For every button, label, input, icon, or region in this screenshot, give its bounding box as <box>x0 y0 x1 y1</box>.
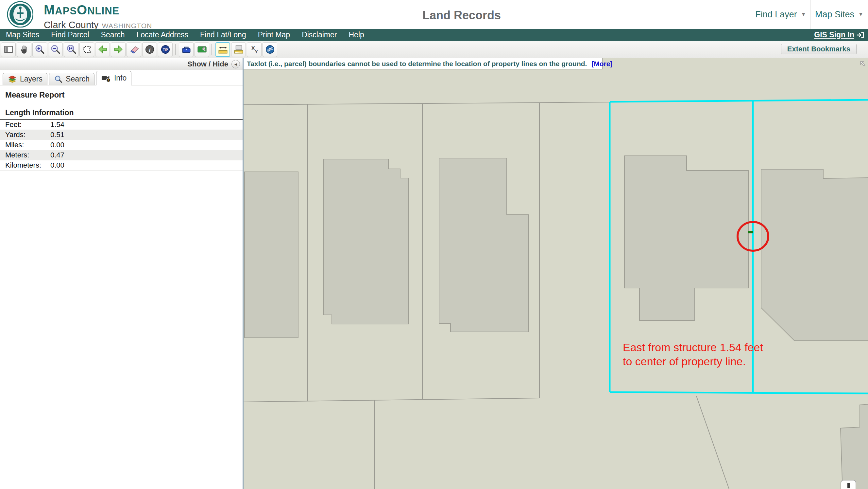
info-tab-icon <box>101 73 112 83</box>
length-information-heading: Length Information <box>0 103 243 120</box>
tab-layers-label: Layers <box>20 75 42 83</box>
maps-online-app: MAPSONLINE Clark CountyWASHINGTON Land R… <box>0 0 868 489</box>
measure-area-button[interactable] <box>231 42 246 57</box>
toolbox-icon <box>181 44 192 55</box>
annotation-line-1: East from structure 1.54 feet <box>623 340 763 354</box>
eraser-icon <box>128 44 140 55</box>
brand-title: MAPSONLINE <box>44 3 152 19</box>
menu-bar: Map Sites Find Parcel Search Locate Addr… <box>0 29 868 41</box>
measure-distance-icon <box>217 44 228 55</box>
zoom-full-extent-button[interactable] <box>64 42 79 57</box>
search-icon <box>54 75 63 84</box>
building <box>624 156 748 320</box>
geodesic-globe-icon <box>265 44 276 55</box>
pan-tool-button[interactable] <box>17 42 31 57</box>
menu-find-latlong[interactable]: Find Lat/Long <box>200 30 246 39</box>
measure-report-title: Measure Report <box>0 86 243 103</box>
tab-layers[interactable]: Layers <box>3 73 48 85</box>
page-title: Land Records <box>423 8 501 22</box>
annotation-line-2: to center of property line. <box>623 354 763 369</box>
polygon-select-button[interactable] <box>80 42 94 57</box>
taxlot-disclaimer-banner: Taxlot (i.e., parcel) boundaries cannot … <box>244 58 602 69</box>
measure-area-icon <box>233 44 244 55</box>
measure-row-feet: Feet: 1.54 <box>0 120 243 130</box>
building <box>840 404 868 489</box>
map-zoom-control-button[interactable] <box>840 480 856 489</box>
building <box>324 159 409 324</box>
info-panel-content: Measure Report Length Information Feet: … <box>0 86 243 171</box>
sidebar-panel: Show / Hide ◀ Layers <box>0 58 244 489</box>
extent-bookmarks-button[interactable]: Extent Bookmarks <box>781 44 857 54</box>
tab-search[interactable]: Search <box>49 73 94 85</box>
menu-help[interactable]: Help <box>348 30 364 39</box>
chevron-down-icon: ▼ <box>801 11 806 17</box>
map-toolbar: i TIP <box>0 41 868 58</box>
info-circle-icon: i <box>144 44 155 55</box>
back-arrow-icon <box>97 44 108 55</box>
menu-disclaimer[interactable]: Disclaimer <box>302 30 337 39</box>
measure-row-yards: Yards: 0.51 <box>0 130 243 140</box>
previous-extent-button[interactable] <box>95 42 110 57</box>
brand-wordmark: MAPSONLINE Clark CountyWASHINGTON <box>44 3 152 31</box>
sign-in-icon <box>856 31 865 39</box>
pan-northwest-arrow-icon[interactable] <box>859 60 867 68</box>
selected-parcel-line <box>610 100 868 102</box>
tip-icon: TIP <box>160 44 171 55</box>
map-canvas[interactable]: Taxlot (i.e., parcel) boundaries cannot … <box>244 58 868 489</box>
building <box>245 172 298 338</box>
measure-row-kilometers: Kilometers: 0.00 <box>0 161 243 171</box>
next-extent-button[interactable] <box>111 42 126 57</box>
collapse-panel-button[interactable]: ◀ <box>231 60 240 68</box>
svg-text:Y: Y <box>255 49 258 54</box>
zoom-out-button[interactable] <box>48 42 63 57</box>
zoom-in-button[interactable] <box>32 42 47 57</box>
gis-sign-in-link[interactable]: GIS Sign In <box>814 30 865 39</box>
geodesic-measure-button[interactable] <box>262 42 277 57</box>
map-tools-icon <box>196 44 208 55</box>
menu-map-sites[interactable]: Map Sites <box>6 30 39 39</box>
svg-text:TIP: TIP <box>163 48 168 52</box>
layers-icon <box>7 74 17 84</box>
identify-button[interactable]: i <box>142 42 157 57</box>
map-tools-button[interactable] <box>194 42 209 57</box>
tab-info-label: Info <box>114 74 126 83</box>
menu-search[interactable]: Search <box>101 30 125 39</box>
menu-locate-address[interactable]: Locate Address <box>136 30 188 39</box>
parcel-map <box>244 58 868 489</box>
chevron-down-icon: ▼ <box>858 11 863 17</box>
parcel-line <box>696 396 729 489</box>
tab-search-label: Search <box>66 75 90 83</box>
building <box>439 158 529 332</box>
measure-segment <box>748 231 753 233</box>
show-hide-label: Show / Hide <box>187 60 228 68</box>
xy-coordinates-button[interactable]: X Y <box>247 42 261 57</box>
sidebar-toggle-button[interactable] <box>1 42 16 57</box>
zoom-control-glyph <box>847 483 850 488</box>
eraser-button[interactable] <box>126 42 141 57</box>
parcel-line <box>244 398 539 402</box>
brand-state: WASHINGTON <box>102 22 152 29</box>
menu-print-map[interactable]: Print Map <box>258 30 290 39</box>
forward-arrow-icon <box>113 44 124 55</box>
toolbox-button[interactable] <box>179 42 193 57</box>
disclaimer-more-link[interactable]: [More] <box>591 60 612 67</box>
selected-parcel-line <box>610 392 868 394</box>
map-annotation-text: East from structure 1.54 feet to center … <box>623 340 763 369</box>
toolbar-separator <box>212 44 212 55</box>
sidebar-tabs: Layers Search <box>0 70 243 85</box>
building-footprints <box>245 156 868 489</box>
tab-info[interactable]: Info <box>96 71 131 85</box>
zoom-full-extent-icon <box>66 44 77 55</box>
find-layer-dropdown[interactable]: Find Layer ▼ <box>751 0 810 29</box>
measure-row-miles: Miles: 0.00 <box>0 140 243 150</box>
zoom-out-icon <box>50 44 61 55</box>
clark-county-seal-logo <box>7 1 33 28</box>
header: MAPSONLINE Clark CountyWASHINGTON Land R… <box>0 0 868 29</box>
sidebar-toggle-icon <box>3 44 14 55</box>
zoom-in-icon <box>34 44 45 55</box>
map-sites-dropdown[interactable]: Map Sites ▼ <box>810 0 868 29</box>
parcel-line <box>244 102 610 105</box>
menu-find-parcel[interactable]: Find Parcel <box>51 30 89 39</box>
measure-distance-button[interactable] <box>215 42 230 57</box>
map-tips-button[interactable]: TIP <box>158 42 173 57</box>
